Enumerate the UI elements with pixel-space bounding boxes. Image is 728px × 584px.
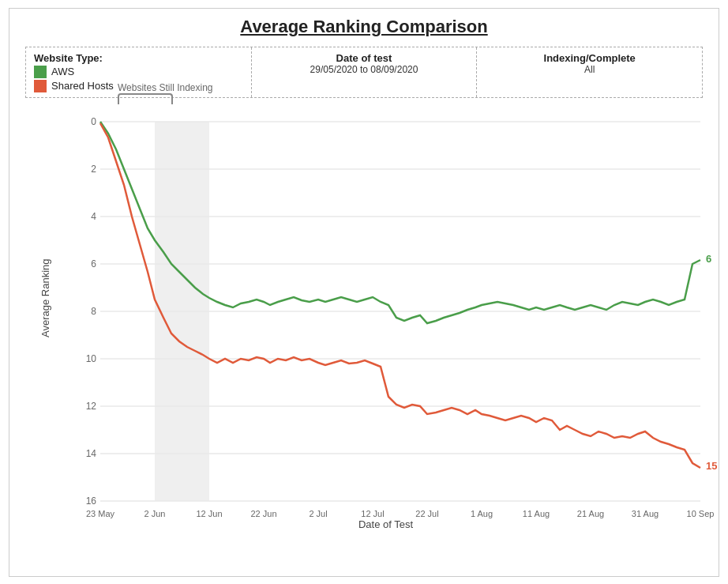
svg-text:12: 12 bbox=[86, 401, 97, 412]
date-label: Date of test bbox=[260, 52, 469, 64]
website-type-label: Website Type: bbox=[34, 52, 243, 64]
shared-label: Shared Hosts bbox=[51, 80, 114, 92]
svg-text:10 Sep: 10 Sep bbox=[687, 509, 715, 518]
x-axis-label: Date of Test bbox=[69, 518, 703, 530]
indexing-label: Indexing/Complete bbox=[485, 52, 694, 64]
svg-text:2 Jul: 2 Jul bbox=[309, 509, 327, 518]
svg-text:1 Aug: 1 Aug bbox=[471, 509, 493, 518]
svg-text:16: 16 bbox=[86, 495, 97, 507]
chart-container: Average Ranking Comparison Website Type:… bbox=[9, 8, 719, 577]
shared-legend-box bbox=[34, 80, 47, 92]
svg-text:6: 6 bbox=[91, 258, 96, 269]
y-axis-label: Average Ranking bbox=[39, 298, 51, 337]
svg-rect-30 bbox=[155, 122, 209, 501]
aws-legend-box bbox=[34, 66, 47, 78]
svg-text:2 Jun: 2 Jun bbox=[144, 509, 166, 518]
svg-text:2: 2 bbox=[91, 164, 96, 175]
date-filter: Date of test 29/05/2020 to 08/09/2020 bbox=[252, 47, 478, 97]
svg-text:11 Aug: 11 Aug bbox=[523, 509, 550, 518]
svg-text:0: 0 bbox=[91, 116, 96, 127]
svg-text:10: 10 bbox=[86, 353, 97, 364]
svg-text:6: 6 bbox=[706, 253, 711, 265]
date-value: 29/05/2020 to 08/09/2020 bbox=[260, 64, 469, 75]
main-chart: 0 2 4 6 8 10 12 14 16 23 May 2 Jun 12 Ju… bbox=[69, 106, 716, 517]
svg-text:31 Aug: 31 Aug bbox=[632, 509, 659, 518]
svg-text:8: 8 bbox=[91, 306, 96, 317]
svg-text:12 Jun: 12 Jun bbox=[196, 509, 222, 518]
svg-text:23 May: 23 May bbox=[86, 509, 115, 518]
svg-text:4: 4 bbox=[91, 211, 96, 222]
svg-text:15: 15 bbox=[706, 460, 717, 472]
svg-text:22 Jul: 22 Jul bbox=[415, 509, 438, 518]
indexing-filter: Indexing/Complete All bbox=[477, 47, 702, 97]
svg-text:14: 14 bbox=[86, 448, 97, 459]
svg-text:21 Aug: 21 Aug bbox=[577, 509, 604, 518]
indexing-value: All bbox=[485, 64, 694, 75]
svg-text:22 Jun: 22 Jun bbox=[250, 509, 276, 518]
indexing-annotation: Websites Still Indexing bbox=[118, 82, 213, 93]
svg-text:12 Jul: 12 Jul bbox=[361, 509, 384, 518]
legend-aws: AWS bbox=[34, 66, 243, 78]
chart-title: Average Ranking Comparison bbox=[25, 17, 703, 37]
aws-label: AWS bbox=[51, 66, 74, 77]
